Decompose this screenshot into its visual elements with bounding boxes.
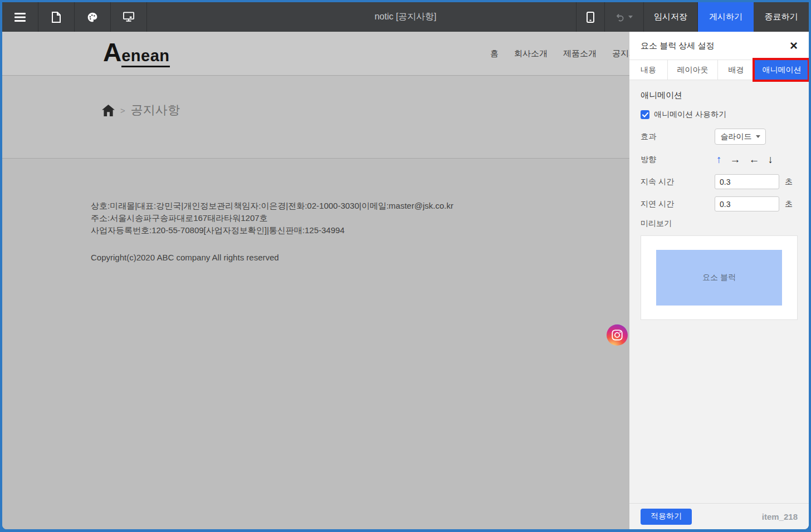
undo-dropdown-caret-icon[interactable]: [628, 16, 633, 18]
footer-copyright: Copyright(c)2020 ABC company All rights …: [91, 253, 279, 262]
settings-panel: 요소 블럭 상세 설정 × 내용 레이아웃 배경 애니메이션 애니메이션 애니메…: [629, 32, 809, 529]
panel-title: 요소 블럭 상세 설정: [641, 41, 790, 51]
toolbar-right-group: 임시저장 게시하기 종료하기: [576, 2, 809, 32]
top-toolbar: notic [공지사항] 임시저장 게시하기 종료하기: [2, 2, 809, 32]
phone-icon: [587, 12, 594, 23]
nav-item-notice[interactable]: 공지사항: [612, 48, 629, 59]
instagram-button[interactable]: [607, 324, 628, 346]
direction-row: 방향 ↑ → ← ↓: [641, 152, 798, 167]
effect-label: 효과: [641, 132, 715, 142]
tab-animation-label: 애니메이션: [763, 65, 802, 75]
preview-element-block: 요소 블럭: [656, 250, 782, 306]
breadcrumb-separator: >: [120, 106, 125, 115]
duration-label: 지속 시간: [641, 177, 715, 187]
nav-item-products[interactable]: 제품소개: [563, 48, 597, 59]
direction-options: ↑ → ← ↓: [716, 154, 773, 165]
direction-right-arrow-icon[interactable]: →: [730, 154, 741, 165]
hamburger-icon: [14, 13, 26, 22]
site-footer: 상호:미래몰|대표:강민국|개인정보관리책임자:이은경|전화:02-1000-3…: [2, 159, 629, 529]
use-animation-checkbox[interactable]: [641, 110, 649, 119]
close-icon[interactable]: ×: [790, 39, 798, 52]
item-id-label: item_218: [762, 512, 798, 521]
logo-rest: enean: [121, 47, 169, 67]
undo-icon: [615, 12, 626, 22]
panel-body: 애니메이션 애니메이션 사용하기 효과 슬라이드 방향 ↑ →: [629, 80, 809, 503]
duration-input[interactable]: [715, 174, 779, 189]
site-header: Aenean 홈 회사소개 제품소개 공지사항: [2, 32, 629, 76]
theme-button[interactable]: [75, 2, 111, 32]
logo-initial: A: [103, 40, 121, 65]
palette-icon: [87, 12, 98, 23]
site-nav: 홈 회사소개 제품소개 공지사항: [490, 32, 629, 75]
panel-footer: 적용하기 item_218: [629, 503, 809, 529]
preview-block-label: 요소 블럭: [702, 273, 736, 283]
nav-item-home[interactable]: 홈: [490, 48, 499, 59]
page-button[interactable]: [38, 2, 75, 32]
instagram-icon: [611, 329, 623, 341]
undo-button[interactable]: [605, 2, 644, 32]
delay-label: 지연 시간: [641, 199, 715, 209]
delay-row: 지연 시간 초: [641, 196, 798, 211]
tab-background[interactable]: 배경: [718, 60, 755, 80]
tab-layout[interactable]: 레이아웃: [668, 60, 718, 80]
duration-unit: 초: [785, 177, 793, 187]
effect-value: 슬라이드: [721, 132, 752, 142]
direction-down-arrow-icon[interactable]: ↓: [768, 154, 774, 165]
delay-unit: 초: [785, 199, 793, 209]
publish-button[interactable]: 게시하기: [698, 2, 754, 32]
monitor-icon: [123, 12, 134, 22]
page-icon: [51, 12, 61, 23]
editor-window: notic [공지사항] 임시저장 게시하기 종료하기 Aenean: [2, 2, 809, 529]
preview-label: 미리보기: [641, 219, 798, 229]
use-animation-row[interactable]: 애니메이션 사용하기: [641, 110, 798, 120]
page-banner: > 공지사항: [2, 76, 629, 159]
breadcrumb: > 공지사항: [102, 102, 180, 119]
delay-input[interactable]: [715, 196, 779, 211]
direction-up-arrow-icon[interactable]: ↑: [716, 154, 722, 165]
mobile-view-button[interactable]: [576, 2, 605, 32]
panel-header: 요소 블럭 상세 설정 ×: [629, 32, 809, 60]
tab-animation[interactable]: 애니메이션: [755, 60, 809, 80]
use-animation-label: 애니메이션 사용하기: [654, 110, 726, 120]
direction-left-arrow-icon[interactable]: ←: [749, 154, 760, 165]
section-title: 애니메이션: [641, 90, 798, 101]
temp-save-button[interactable]: 임시저장: [644, 2, 698, 32]
menu-button[interactable]: [2, 2, 38, 32]
preview-box: 요소 블럭: [641, 235, 798, 320]
apply-button[interactable]: 적용하기: [641, 509, 692, 525]
nav-item-company[interactable]: 회사소개: [514, 48, 548, 59]
effect-select[interactable]: 슬라이드: [715, 129, 766, 145]
direction-label: 방향: [641, 155, 715, 165]
desktop-view-button[interactable]: [111, 2, 147, 32]
site-preview: Aenean 홈 회사소개 제품소개 공지사항 > 공지사항 상호:미래몰|대표…: [2, 32, 629, 529]
chevron-down-icon: [756, 135, 760, 138]
tab-content[interactable]: 내용: [629, 60, 668, 80]
duration-row: 지속 시간 초: [641, 174, 798, 189]
footer-info-line: 주소:서울시송파구송파대로167태라타워1207호: [91, 212, 453, 224]
site-logo[interactable]: Aenean: [103, 40, 170, 67]
breadcrumb-current: 공지사항: [131, 102, 180, 119]
home-icon[interactable]: [102, 105, 115, 116]
panel-tabs: 내용 레이아웃 배경 애니메이션: [629, 60, 809, 80]
exit-button[interactable]: 종료하기: [754, 2, 809, 32]
footer-info-line: 사업자등록번호:120-55-70809[사업자정보확인]|통신판매:125-3…: [91, 224, 453, 237]
footer-info: 상호:미래몰|대표:강민국|개인정보관리책임자:이은경|전화:02-1000-3…: [91, 200, 453, 237]
effect-row: 효과 슬라이드: [641, 129, 798, 145]
footer-info-line: 상호:미래몰|대표:강민국|개인정보관리책임자:이은경|전화:02-1000-3…: [91, 200, 453, 212]
